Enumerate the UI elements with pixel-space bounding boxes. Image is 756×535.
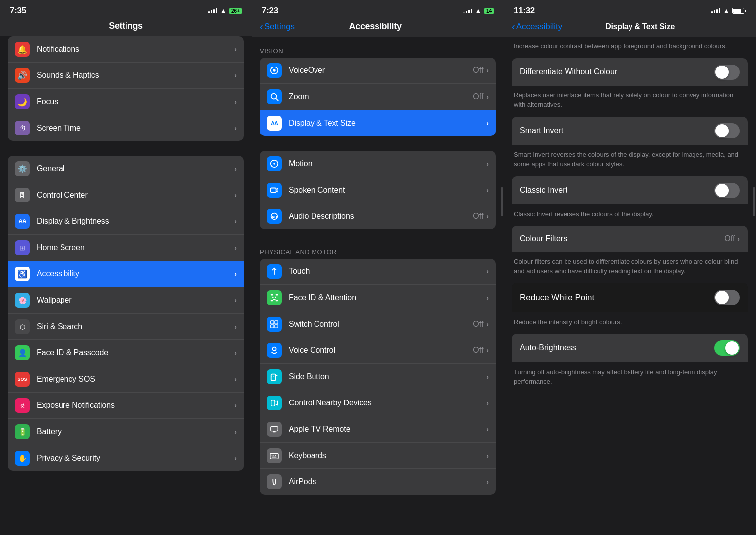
settings-row-emergency[interactable]: SOS Emergency SOS ›: [8, 366, 244, 393]
smart-invert-knob: [715, 124, 729, 137]
settings-row-screentime[interactable]: ⏱ Screen Time ›: [8, 115, 244, 141]
voiceover-row[interactable]: VoiceOver Off ›: [260, 58, 496, 84]
notifications-icon: 🔔: [15, 42, 30, 57]
accessibility-nav-title: Accessibility: [295, 21, 456, 32]
svg-point-2: [271, 94, 277, 99]
smart-invert-row[interactable]: Smart Invert: [512, 117, 748, 145]
side-button-label: Side Button: [289, 372, 486, 381]
switch-control-row[interactable]: Switch Control Off ›: [260, 311, 496, 337]
faceid-attention-row[interactable]: Face ID & Attention ›: [260, 285, 496, 311]
settings-row-general[interactable]: ⚙️ General ›: [8, 156, 244, 182]
general-label: General: [37, 164, 234, 173]
reduce-white-point-knob: [715, 291, 729, 304]
settings-row-exposure[interactable]: ☣ Exposure Notifications ›: [8, 393, 244, 419]
auto-brightness-card: Auto-Brightness: [512, 334, 748, 362]
voiceover-label: VoiceOver: [289, 66, 473, 75]
display-text-label: Display & Text Size: [289, 119, 486, 128]
auto-brightness-knob: [725, 341, 739, 355]
zoom-row[interactable]: Zoom Off ›: [260, 84, 496, 110]
back-chevron-3: ‹: [512, 21, 515, 32]
audio-desc-row[interactable]: AD Audio Descriptions Off ›: [260, 203, 496, 229]
nav-bar-3: ‹ Accessibility Display & Text Size: [504, 19, 756, 37]
classic-invert-toggle[interactable]: [714, 183, 740, 198]
settings-row-siri[interactable]: ⬡ Siri & Search ›: [8, 314, 244, 340]
focus-icon: 🌙: [15, 94, 30, 109]
settings-panel: 7:35 ▲ 26+ Settings 🔔 Notificatio: [0, 0, 252, 535]
motion-icon: [267, 156, 282, 171]
settings-content[interactable]: 🔔 Notifications › 🔊 Sounds & Haptics › 🌙: [0, 36, 252, 535]
status-bar-3: 11:32 ▲: [504, 0, 756, 19]
settings-row-faceid[interactable]: 👤 Face ID & Passcode ›: [8, 340, 244, 366]
differentiate-toggle[interactable]: [714, 65, 740, 80]
back-button-3[interactable]: ‹ Accessibility: [512, 21, 562, 32]
display-brightness-label: Display & Brightness: [37, 217, 234, 226]
switch-control-icon: [267, 317, 282, 332]
status-bar-1: 7:35 ▲ 26+: [0, 0, 252, 19]
status-bar-2: 7:23 ▲ 14: [252, 0, 504, 19]
auto-brightness-toggle[interactable]: [714, 340, 740, 356]
svg-point-1: [273, 69, 275, 71]
settings-row-displaybrightness[interactable]: AA Display & Brightness ›: [8, 208, 244, 235]
accessibility-label: Accessibility: [37, 269, 234, 278]
colour-filters-row[interactable]: Colour Filters Off ›: [512, 226, 748, 252]
back-button-2[interactable]: ‹ Settings: [260, 21, 295, 32]
svg-rect-11: [271, 300, 273, 302]
side-button-row[interactable]: Side Button ›: [260, 364, 496, 390]
wifi-icon: ▲: [220, 7, 227, 15]
settings-section-2: ⚙️ General › 🎛 Control Center › AA: [0, 156, 252, 471]
svg-rect-24: [271, 427, 278, 431]
display-text-content[interactable]: Increase colour contrast between app for…: [504, 37, 756, 535]
touch-row[interactable]: Touch ›: [260, 259, 496, 285]
svg-line-3: [276, 99, 279, 101]
smart-invert-toggle[interactable]: [714, 123, 740, 138]
display-text-row[interactable]: AA Display & Text Size ›: [260, 110, 496, 136]
airpods-row[interactable]: AirPods ›: [260, 469, 496, 495]
status-icons-2: ▲ 14: [463, 7, 494, 15]
settings-row-homescreen[interactable]: ⊞ Home Screen ›: [8, 235, 244, 261]
exposure-label: Exposure Notifications: [37, 401, 234, 410]
time-3: 11:32: [514, 6, 535, 16]
keyboards-icon: [267, 448, 282, 463]
reduce-white-point-toggle[interactable]: [714, 290, 740, 305]
settings-row-wallpaper[interactable]: 🌸 Wallpaper ›: [8, 287, 244, 314]
auto-brightness-row[interactable]: Auto-Brightness: [512, 334, 748, 362]
wallpaper-label: Wallpaper: [37, 296, 234, 305]
settings-row-notifications[interactable]: 🔔 Notifications ›: [8, 36, 244, 63]
spoken-content-row[interactable]: Spoken Content ›: [260, 177, 496, 203]
svg-point-13: [272, 297, 274, 298]
differentiate-row[interactable]: Differentiate Without Colour: [512, 58, 748, 86]
motion-row[interactable]: Motion ›: [260, 151, 496, 177]
settings-row-privacy[interactable]: ✋ Privacy & Security ›: [8, 445, 244, 471]
settings-row-controlcenter[interactable]: 🎛 Control Center ›: [8, 182, 244, 208]
home-screen-label: Home Screen: [37, 243, 234, 252]
settings-row-sounds[interactable]: 🔊 Sounds & Haptics ›: [8, 63, 244, 89]
classic-invert-row[interactable]: Classic Invert: [512, 176, 748, 204]
faceid-label: Face ID & Passcode: [37, 348, 234, 357]
motion-section: Motion › Spoken Content › AD Audio Descr…: [252, 151, 504, 229]
battery-icon-3: [732, 8, 746, 14]
colour-filters-value: Off: [724, 234, 735, 243]
settings-row-accessibility[interactable]: ♿ Accessibility ›: [8, 261, 244, 287]
apple-tv-row[interactable]: Apple TV Remote ›: [260, 416, 496, 443]
control-nearby-row[interactable]: Control Nearby Devices ›: [260, 390, 496, 416]
keyboards-row[interactable]: Keyboards ›: [260, 443, 496, 469]
control-nearby-icon: [267, 396, 282, 410]
settings-row-focus[interactable]: 🌙 Focus ›: [8, 89, 244, 115]
touch-label: Touch: [289, 267, 486, 276]
back-label-2: Settings: [264, 22, 295, 32]
settings-row-battery[interactable]: 🔋 Battery ›: [8, 419, 244, 445]
smart-invert-desc: Smart Invert reverses the colours of the…: [504, 146, 756, 176]
siri-icon: ⬡: [15, 319, 30, 334]
control-nearby-label: Control Nearby Devices: [289, 399, 486, 407]
physical-motor-label: PHYSICAL AND MOTOR: [252, 244, 504, 259]
reduce-white-point-row[interactable]: Reduce White Point: [512, 283, 748, 312]
time-1: 7:35: [10, 6, 26, 16]
apple-tv-icon: [267, 422, 282, 437]
battery-badge-1: 26+: [229, 8, 242, 14]
voice-control-row[interactable]: Voice Control Off ›: [260, 337, 496, 364]
svg-rect-23: [271, 400, 275, 406]
audio-desc-label: Audio Descriptions: [289, 212, 473, 221]
accessibility-content[interactable]: VISION VoiceOver Off › Zoom Off ›: [252, 37, 504, 535]
focus-label: Focus: [37, 97, 234, 106]
apple-tv-label: Apple TV Remote: [289, 425, 486, 434]
